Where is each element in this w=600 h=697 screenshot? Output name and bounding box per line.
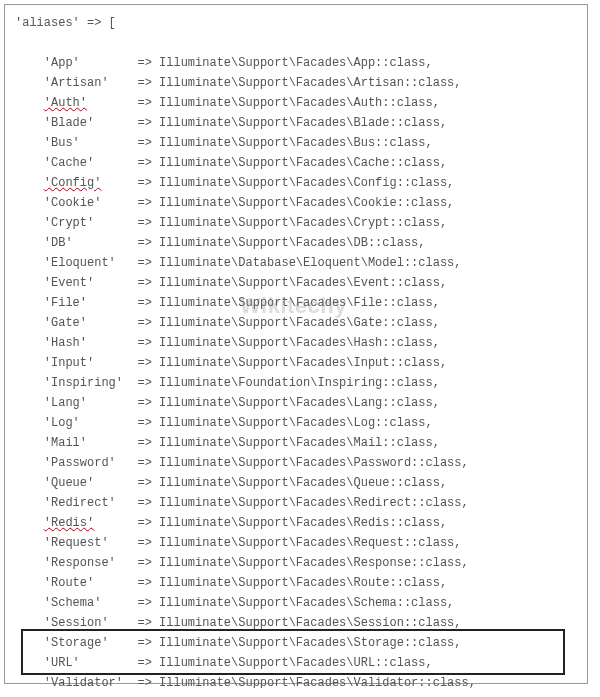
alias-arrow: => xyxy=(130,96,159,110)
alias-key: 'Artisan' xyxy=(44,76,109,90)
alias-key: 'Eloquent' xyxy=(44,256,116,270)
alias-arrow: => xyxy=(130,236,159,250)
alias-key: 'Log' xyxy=(44,416,80,430)
alias-value: Illuminate\Support\Facades\Cookie::class… xyxy=(159,196,454,210)
alias-row: 'Bus' => Illuminate\Support\Facades\Bus:… xyxy=(15,133,577,153)
alias-pad xyxy=(87,436,130,450)
alias-arrow: => xyxy=(130,436,159,450)
alias-key: 'Mail' xyxy=(44,436,87,450)
alias-value: Illuminate\Support\Facades\Response::cla… xyxy=(159,556,469,570)
alias-value: Illuminate\Support\Facades\Mail::class, xyxy=(159,436,440,450)
alias-key: 'Blade' xyxy=(44,116,94,130)
alias-value: Illuminate\Support\Facades\Redirect::cla… xyxy=(159,496,469,510)
alias-arrow: => xyxy=(130,636,159,650)
alias-pad xyxy=(80,56,130,70)
alias-value: Illuminate\Support\Facades\Storage::clas… xyxy=(159,636,461,650)
alias-pad xyxy=(101,176,130,190)
alias-key: 'Bus' xyxy=(44,136,80,150)
alias-arrow: => xyxy=(130,536,159,550)
alias-pad xyxy=(109,636,131,650)
alias-value: Illuminate\Support\Facades\Input::class, xyxy=(159,356,447,370)
alias-arrow: => xyxy=(130,656,159,670)
alias-arrow: => xyxy=(130,376,159,390)
alias-value: Illuminate\Support\Facades\App::class, xyxy=(159,56,433,70)
alias-pad xyxy=(73,236,131,250)
alias-pad xyxy=(87,296,130,310)
alias-row: 'Blade' => Illuminate\Support\Facades\Bl… xyxy=(15,113,577,133)
alias-value: Illuminate\Support\Facades\Artisan::clas… xyxy=(159,76,461,90)
alias-arrow: => xyxy=(130,596,159,610)
alias-arrow: => xyxy=(130,336,159,350)
alias-value: Illuminate\Support\Facades\Queue::class, xyxy=(159,476,447,490)
alias-row: 'Redirect' => Illuminate\Support\Facades… xyxy=(15,493,577,513)
alias-arrow: => xyxy=(130,256,159,270)
alias-value: Illuminate\Support\Facades\Cache::class, xyxy=(159,156,447,170)
alias-arrow: => xyxy=(130,176,159,190)
alias-pad xyxy=(94,576,130,590)
alias-value: Illuminate\Support\Facades\Hash::class, xyxy=(159,336,440,350)
alias-arrow: => xyxy=(130,356,159,370)
alias-row: 'URL' => Illuminate\Support\Facades\URL:… xyxy=(15,653,577,673)
alias-pad xyxy=(87,336,130,350)
alias-key: 'Session' xyxy=(44,616,109,630)
alias-key: 'Lang' xyxy=(44,396,87,410)
alias-key: 'Route' xyxy=(44,576,94,590)
alias-key: 'Validator' xyxy=(44,676,123,688)
alias-row: 'Crypt' => Illuminate\Support\Facades\Cr… xyxy=(15,213,577,233)
alias-value: Illuminate\Support\Facades\Crypt::class, xyxy=(159,216,447,230)
alias-pad xyxy=(94,516,130,530)
alias-key: 'Crypt' xyxy=(44,216,94,230)
aliases-header: 'aliases' => [ xyxy=(15,13,577,33)
alias-key: 'Queue' xyxy=(44,476,94,490)
alias-arrow: => xyxy=(130,196,159,210)
alias-arrow: => xyxy=(130,56,159,70)
alias-pad xyxy=(116,256,130,270)
alias-value: Illuminate\Foundation\Inspiring::class, xyxy=(159,376,440,390)
alias-value: Illuminate\Support\Facades\Log::class, xyxy=(159,416,433,430)
alias-pad xyxy=(80,136,130,150)
alias-pad xyxy=(116,556,130,570)
alias-value: Illuminate\Support\Facades\Request::clas… xyxy=(159,536,461,550)
alias-row: 'Event' => Illuminate\Support\Facades\Ev… xyxy=(15,273,577,293)
alias-value: Illuminate\Support\Facades\DB::class, xyxy=(159,236,425,250)
alias-arrow: => xyxy=(130,316,159,330)
alias-key: 'Schema' xyxy=(44,596,102,610)
blank-line xyxy=(15,33,577,53)
alias-row: 'Input' => Illuminate\Support\Facades\In… xyxy=(15,353,577,373)
alias-row: 'Password' => Illuminate\Support\Facades… xyxy=(15,453,577,473)
alias-pad xyxy=(80,656,130,670)
alias-pad xyxy=(101,196,130,210)
alias-row: 'Queue' => Illuminate\Support\Facades\Qu… xyxy=(15,473,577,493)
alias-row: 'File' => Illuminate\Support\Facades\Fil… xyxy=(15,293,577,313)
alias-row: 'Config' => Illuminate\Support\Facades\C… xyxy=(15,173,577,193)
alias-row: 'Request' => Illuminate\Support\Facades\… xyxy=(15,533,577,553)
alias-arrow: => xyxy=(130,296,159,310)
alias-key: 'Redirect' xyxy=(44,496,116,510)
alias-pad xyxy=(94,116,130,130)
alias-row: 'Auth' => Illuminate\Support\Facades\Aut… xyxy=(15,93,577,113)
alias-row: 'Gate' => Illuminate\Support\Facades\Gat… xyxy=(15,313,577,333)
alias-pad xyxy=(94,156,130,170)
alias-value: Illuminate\Database\Eloquent\Model::clas… xyxy=(159,256,461,270)
alias-value: Illuminate\Support\Facades\Event::class, xyxy=(159,276,447,290)
alias-key: 'Response' xyxy=(44,556,116,570)
alias-row: 'Storage' => Illuminate\Support\Facades\… xyxy=(15,633,577,653)
alias-row: 'Eloquent' => Illuminate\Database\Eloque… xyxy=(15,253,577,273)
alias-row: 'Cache' => Illuminate\Support\Facades\Ca… xyxy=(15,153,577,173)
alias-value: Illuminate\Support\Facades\Lang::class, xyxy=(159,396,440,410)
alias-arrow: => xyxy=(130,676,159,688)
alias-value: Illuminate\Support\Facades\Route::class, xyxy=(159,576,447,590)
alias-pad xyxy=(94,216,130,230)
alias-arrow: => xyxy=(130,396,159,410)
alias-row: 'Lang' => Illuminate\Support\Facades\Lan… xyxy=(15,393,577,413)
alias-pad xyxy=(109,616,131,630)
alias-row: 'Cookie' => Illuminate\Support\Facades\C… xyxy=(15,193,577,213)
alias-arrow: => xyxy=(130,556,159,570)
code-block: 'aliases' => [ 'App' => Illuminate\Suppo… xyxy=(4,4,588,684)
alias-arrow: => xyxy=(130,476,159,490)
alias-pad xyxy=(101,596,130,610)
alias-value: Illuminate\Support\Facades\Blade::class, xyxy=(159,116,447,130)
alias-row: 'Mail' => Illuminate\Support\Facades\Mai… xyxy=(15,433,577,453)
alias-key: 'URL' xyxy=(44,656,80,670)
alias-key: 'Request' xyxy=(44,536,109,550)
